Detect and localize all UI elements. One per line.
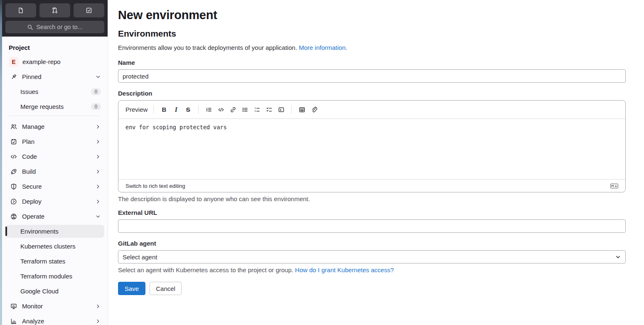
shield-icon <box>10 183 17 190</box>
monitor-icon <box>10 303 17 310</box>
sidebar-item-analyze[interactable]: Analyze <box>5 315 104 325</box>
italic-button[interactable]: I <box>170 104 182 115</box>
kubernetes-clusters-label: Kubernetes clusters <box>20 243 76 250</box>
external-url-input[interactable] <box>118 219 626 233</box>
sidebar-body: Project E example-repo Pinned Issues 0 M… <box>2 37 108 325</box>
chevron-right-icon <box>95 154 101 160</box>
toolbar-divider <box>153 106 154 114</box>
search-label: Search or go to... <box>36 24 82 30</box>
task-list-icon <box>266 106 273 113</box>
sidebar-item-deploy[interactable]: Deploy <box>5 195 104 208</box>
sidebar-item-merge-requests[interactable]: Merge requests 0 <box>5 100 104 113</box>
more-information-link[interactable]: More information. <box>299 44 347 51</box>
name-input[interactable] <box>118 69 626 83</box>
bold-button[interactable]: B <box>158 104 170 115</box>
markdown-footer: Switch to rich text editing <box>118 179 625 192</box>
users-icon <box>10 123 17 130</box>
sidebar-item-code[interactable]: Code <box>5 150 104 163</box>
quote-button[interactable] <box>203 104 214 115</box>
issues-shortcut-icon <box>17 7 24 14</box>
code-label: Code <box>22 153 37 160</box>
agent-help-text: Select an agent with Kubernetes access t… <box>118 266 626 273</box>
environments-label: Environments <box>20 228 59 235</box>
bullet-list-button[interactable] <box>239 104 251 115</box>
details-block-icon <box>278 106 285 113</box>
sidebar-item-pinned[interactable]: Pinned <box>5 70 104 83</box>
attach-file-button[interactable] <box>308 104 320 115</box>
sidebar-item-manage[interactable]: Manage <box>5 120 104 133</box>
link-icon <box>230 106 236 113</box>
search-icon <box>27 24 33 30</box>
chart-icon <box>10 318 17 325</box>
save-button[interactable]: Save <box>118 282 145 295</box>
sidebar-item-environments[interactable]: Environments <box>5 225 104 238</box>
sidebar-item-project[interactable]: E example-repo <box>5 55 104 68</box>
issues-count-badge: 0 <box>91 88 101 95</box>
section-title: Environments <box>118 29 626 39</box>
operate-label: Operate <box>22 213 44 220</box>
markdown-editor: Preview B I S 1.2. <box>118 100 626 192</box>
sidebar-item-terraform-modules[interactable]: Terraform modules <box>5 270 104 283</box>
sidebar-item-google-cloud[interactable]: Google Cloud <box>5 285 104 298</box>
strikethrough-icon: S <box>186 106 190 113</box>
kubernetes-access-link[interactable]: How do I grant Kubernetes access? <box>295 266 394 273</box>
insert-link-button[interactable] <box>227 104 238 115</box>
description-label: Description <box>118 90 626 97</box>
intro-text: Environments allow you to track deployme… <box>118 44 626 51</box>
chevron-right-icon <box>95 169 101 175</box>
name-field: Name <box>118 59 626 83</box>
analyze-label: Analyze <box>22 318 44 325</box>
sidebar-item-issues[interactable]: Issues 0 <box>5 85 104 98</box>
task-list-button[interactable] <box>263 104 275 115</box>
issues-label: Issues <box>20 88 38 95</box>
merge-request-shortcut-button[interactable] <box>39 3 70 17</box>
description-help-text: The description is displayed to anyone w… <box>118 195 626 202</box>
page-title: New environment <box>118 8 626 22</box>
manage-label: Manage <box>22 123 44 130</box>
search-input[interactable]: Search or go to... <box>5 21 104 33</box>
agent-help-body: Select an agent with Kubernetes access t… <box>118 266 293 273</box>
calendar-icon <box>10 138 17 145</box>
cancel-button[interactable]: Cancel <box>150 282 182 295</box>
todo-shortcut-button[interactable] <box>74 3 104 17</box>
table-icon <box>299 106 305 113</box>
numbered-list-button[interactable]: 1.2. <box>251 104 263 115</box>
chevron-down-icon <box>95 214 101 219</box>
insert-table-button[interactable] <box>296 104 307 115</box>
numbered-list-icon: 1.2. <box>254 106 261 113</box>
chevron-down-icon <box>95 74 101 80</box>
sidebar-item-plan[interactable]: Plan <box>5 135 104 148</box>
sidebar-item-secure[interactable]: Secure <box>5 180 104 193</box>
agent-select[interactable]: Select agent <box>118 250 626 263</box>
build-label: Build <box>22 168 36 175</box>
sidebar-item-monitor[interactable]: Monitor <box>5 300 104 313</box>
chevron-right-icon <box>95 303 101 309</box>
insert-code-button[interactable] <box>215 104 226 115</box>
sidebar-item-operate[interactable]: Operate <box>5 210 104 223</box>
pinned-label: Pinned <box>22 73 42 80</box>
sidebar-item-kubernetes-clusters[interactable]: Kubernetes clusters <box>5 240 104 253</box>
toolbar-divider <box>291 106 292 114</box>
svg-text:1.: 1. <box>254 107 256 109</box>
name-label: Name <box>118 59 626 66</box>
preview-tab[interactable]: Preview <box>124 106 149 113</box>
italic-icon: I <box>175 106 177 113</box>
switch-rich-text-button[interactable]: Switch to rich text editing <box>125 183 185 189</box>
markdown-icon <box>610 183 618 189</box>
bullet-list-icon <box>242 106 248 113</box>
svg-text:2.: 2. <box>254 110 256 112</box>
monitor-label: Monitor <box>22 303 43 310</box>
details-block-button[interactable] <box>275 104 287 115</box>
description-textarea[interactable]: env for scoping protected vars <box>118 119 625 179</box>
agent-select-value: Select agent <box>123 254 157 261</box>
sidebar-item-build[interactable]: Build <box>5 165 104 178</box>
code-icon <box>218 106 224 113</box>
intro-text-body: Environments allow you to track deployme… <box>118 44 297 51</box>
strikethrough-button[interactable]: S <box>182 104 194 115</box>
bold-icon: B <box>162 106 166 113</box>
external-url-label: External URL <box>118 209 626 216</box>
sidebar-header: Search or go to... <box>2 0 108 37</box>
chevron-right-icon <box>95 139 101 145</box>
issues-shortcut-button[interactable] <box>5 3 36 17</box>
sidebar-item-terraform-states[interactable]: Terraform states <box>5 255 104 268</box>
